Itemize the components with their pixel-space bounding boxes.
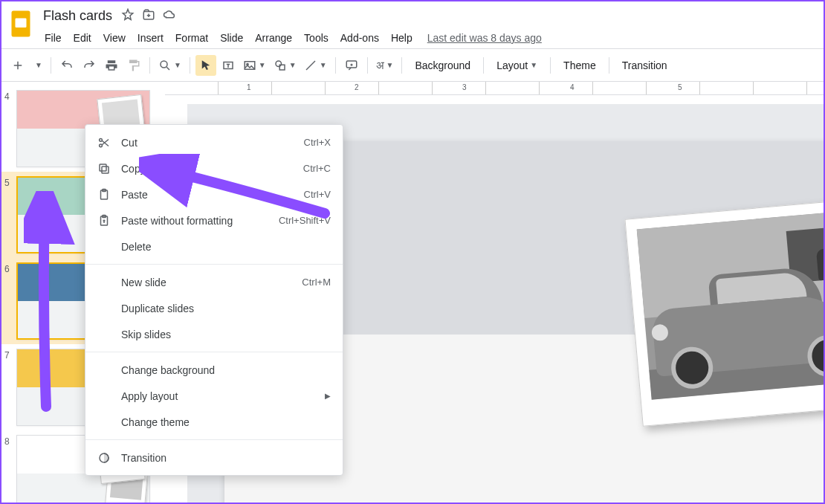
menu-format[interactable]: Format (169, 29, 214, 47)
slide-image-polaroid[interactable] (624, 198, 824, 427)
context-menu-label: Skip slides (121, 329, 331, 340)
menu-help[interactable]: Help (385, 29, 418, 47)
context-menu-shortcut: Ctrl+X (304, 137, 331, 148)
last-edit-link[interactable]: Last edit was 8 days ago (427, 32, 542, 44)
context-menu-label: Paste (121, 189, 304, 201)
shape-tool[interactable]: ▼ (271, 55, 300, 76)
menu-bar: FileEditViewInsertFormatSlideArrangeTool… (39, 27, 542, 49)
background-button[interactable]: Background (407, 55, 478, 76)
context-menu-label: Cut (121, 137, 304, 149)
context-menu-label: Apply layout (121, 390, 325, 402)
context-menu-apply-layout[interactable]: Apply layout▶ (85, 383, 343, 409)
context-menu-label: New slide (121, 277, 302, 288)
context-menu-delete[interactable]: Delete (85, 233, 343, 259)
theme-button[interactable]: Theme (556, 55, 604, 76)
slide-number: 8 (4, 435, 16, 503)
context-menu-duplicate-slides[interactable]: Duplicate slides (85, 295, 343, 321)
context-menu-shortcut: Ctrl+Shift+V (279, 215, 331, 226)
line-tool[interactable]: ▼ (301, 55, 330, 76)
context-menu-label: Paste without formatting (121, 215, 279, 227)
svg-point-7 (276, 61, 282, 67)
textbox-tool[interactable] (218, 55, 239, 76)
paste-icon (97, 188, 114, 201)
paste_nf-icon (97, 214, 114, 227)
header: Flash cards FileEditViewInsertFormatSlid… (1, 1, 824, 49)
cut-icon (97, 136, 114, 149)
context-menu-separator (85, 264, 343, 265)
context-menu-label: Transition (121, 452, 331, 464)
menu-insert[interactable]: Insert (132, 29, 169, 47)
menu-add-ons[interactable]: Add-ons (334, 29, 385, 47)
context-menu-paste-without-formatting[interactable]: Paste without formattingCtrl+Shift+V (85, 207, 343, 233)
context-menu-change-background[interactable]: Change background (85, 357, 343, 383)
print-button[interactable] (101, 55, 122, 76)
horizontal-ruler: 12345 (165, 82, 824, 95)
slide-number: 6 (4, 262, 16, 340)
menu-tools[interactable]: Tools (298, 29, 334, 47)
menu-view[interactable]: View (97, 29, 132, 47)
zoom-button[interactable]: ▼ (155, 55, 184, 76)
star-icon[interactable] (121, 8, 135, 24)
comment-button[interactable] (341, 55, 362, 76)
context-menu-paste[interactable]: PasteCtrl+V (85, 181, 343, 207)
context-menu-change-theme[interactable]: Change theme (85, 409, 343, 435)
ruler-tick: 3 (462, 83, 467, 91)
context-menu-copy[interactable]: CopyCtrl+C (85, 155, 343, 181)
ruler-tick: 2 (355, 83, 359, 91)
svg-rect-12 (102, 167, 109, 173)
image-tool[interactable]: ▼ (240, 55, 269, 76)
submenu-arrow-icon: ▶ (325, 392, 331, 400)
move-icon[interactable] (142, 8, 155, 24)
transition-button[interactable]: Transition (615, 55, 675, 76)
slide-number: 7 (4, 349, 16, 426)
context-menu-new-slide[interactable]: New slideCtrl+M (85, 269, 343, 295)
ruler-tick: 5 (678, 83, 682, 91)
transition-icon (97, 451, 114, 465)
svg-point-3 (161, 61, 167, 68)
context-menu-shortcut: Ctrl+C (303, 163, 331, 174)
slide-number: 5 (4, 176, 16, 253)
context-menu-transition[interactable]: Transition (85, 445, 343, 471)
new-slide-dropdown[interactable]: ▼ (30, 55, 45, 76)
slide-context-menu: CutCtrl+XCopyCtrl+CPasteCtrl+VPaste with… (85, 124, 343, 476)
doc-title[interactable]: Flash cards (43, 8, 112, 24)
copy-icon (97, 162, 114, 175)
menu-file[interactable]: File (39, 29, 68, 47)
input-tools-button[interactable]: अ▼ (373, 55, 397, 76)
select-tool[interactable] (195, 55, 216, 76)
context-menu-label: Duplicate slides (121, 303, 331, 314)
context-menu-cut[interactable]: CutCtrl+X (85, 129, 343, 155)
ruler-tick: 1 (247, 83, 251, 91)
svg-rect-1 (16, 19, 27, 28)
undo-button[interactable] (56, 55, 77, 76)
slide-number: 4 (4, 90, 16, 167)
context-menu-separator (85, 352, 343, 352)
context-menu-label: Change theme (121, 416, 331, 428)
context-menu-separator (85, 439, 343, 440)
new-slide-button[interactable] (7, 55, 28, 76)
context-menu-label: Change background (121, 364, 331, 376)
context-menu-shortcut: Ctrl+M (302, 277, 331, 288)
slides-logo[interactable] (7, 6, 34, 42)
paint-format-button[interactable] (123, 55, 144, 76)
menu-arrange[interactable]: Arrange (249, 29, 298, 47)
redo-button[interactable] (79, 55, 100, 76)
toolbar: ▼ ▼ ▼ ▼ ▼ अ▼ Background Layout▼ Theme Tr… (1, 49, 824, 82)
menu-slide[interactable]: Slide (214, 29, 249, 47)
context-menu-label: Delete (121, 241, 331, 253)
context-menu-skip-slides[interactable]: Skip slides (85, 321, 343, 347)
layout-button[interactable]: Layout▼ (489, 55, 545, 76)
menu-edit[interactable]: Edit (68, 29, 97, 47)
context-menu-label: Copy (121, 163, 303, 175)
cloud-status-icon[interactable] (163, 8, 176, 24)
ruler-tick: 4 (570, 83, 575, 91)
context-menu-shortcut: Ctrl+V (304, 189, 331, 200)
svg-rect-13 (100, 164, 106, 171)
